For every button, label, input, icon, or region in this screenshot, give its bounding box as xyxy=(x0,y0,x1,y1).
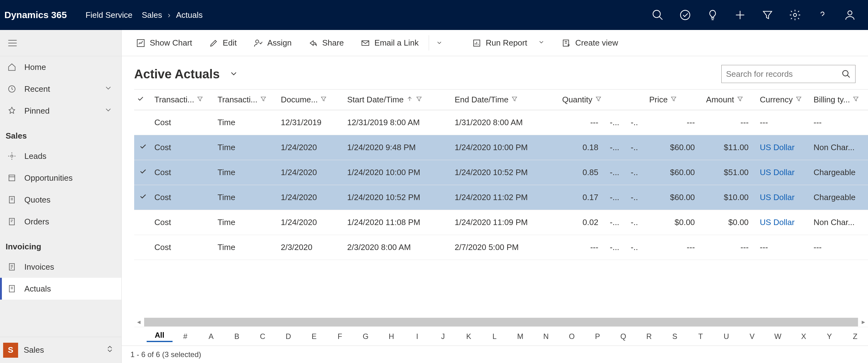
row-select-cell[interactable] xyxy=(134,210,152,235)
column-header[interactable]: Transacti... xyxy=(152,90,215,110)
alpha-filter-L[interactable]: L xyxy=(482,332,508,341)
share-button[interactable]: Share xyxy=(302,30,351,56)
sidebar-item-home[interactable]: Home xyxy=(0,56,121,78)
filter-icon[interactable] xyxy=(852,95,859,104)
search-records[interactable] xyxy=(721,65,856,83)
view-selector[interactable]: Active Actuals xyxy=(134,67,238,81)
breadcrumb-sales[interactable]: Sales xyxy=(142,10,162,20)
alpha-filter-P[interactable]: P xyxy=(585,332,611,341)
column-header[interactable] xyxy=(628,90,647,110)
person-icon[interactable] xyxy=(836,0,864,30)
table-row[interactable]: CostTime1/24/20201/24/2020 10:00 PM1/24/… xyxy=(134,160,868,185)
edit-button[interactable]: Edit xyxy=(202,30,244,56)
alpha-filter-G[interactable]: G xyxy=(353,332,379,341)
alpha-filter-E[interactable]: E xyxy=(301,332,327,341)
filter-icon[interactable] xyxy=(795,95,802,104)
table-row[interactable]: CostTime12/31/201912/31/2019 8:00 AM1/31… xyxy=(134,110,868,135)
alpha-filter-All[interactable]: All xyxy=(147,331,173,342)
alpha-filter-B[interactable]: B xyxy=(224,332,250,341)
add-icon[interactable] xyxy=(726,0,754,30)
filter-icon[interactable] xyxy=(260,95,267,104)
brand[interactable]: Dynamics 365 xyxy=(4,10,76,20)
filter-icon[interactable] xyxy=(320,95,327,104)
alpha-filter-S[interactable]: S xyxy=(662,332,688,341)
table-row[interactable]: CostTime1/24/20201/24/2020 11:08 PM1/24/… xyxy=(134,210,868,235)
alpha-filter-X[interactable]: X xyxy=(790,332,816,341)
sidebar-item-quotes[interactable]: Quotes xyxy=(0,189,121,211)
alpha-filter-O[interactable]: O xyxy=(559,332,585,341)
currency-link[interactable]: US Dollar xyxy=(760,217,794,227)
scrollbar-thumb[interactable] xyxy=(144,318,687,327)
filter-icon[interactable] xyxy=(754,0,781,30)
alpha-filter-U[interactable]: U xyxy=(714,332,740,341)
email-link-button[interactable]: Email a Link xyxy=(354,30,426,56)
run-report-button[interactable]: Run Report xyxy=(465,30,552,56)
sidebar-item-opportunities[interactable]: Opportunities xyxy=(0,167,121,189)
horizontal-scrollbar[interactable]: ◄ ► xyxy=(134,317,868,327)
select-all-header[interactable] xyxy=(134,90,152,110)
alpha-filter-F[interactable]: F xyxy=(327,332,353,341)
breadcrumb-actuals[interactable]: Actuals xyxy=(176,10,203,20)
alpha-filter-W[interactable]: W xyxy=(765,332,791,341)
column-header[interactable]: End Date/Time xyxy=(452,90,559,110)
alpha-filter-J[interactable]: J xyxy=(430,332,456,341)
column-header[interactable] xyxy=(607,90,628,110)
alpha-filter-R[interactable]: R xyxy=(636,332,662,341)
sidebar-item-recent[interactable]: Recent xyxy=(0,78,121,100)
create-view-button[interactable]: Create view xyxy=(555,30,625,56)
table-row[interactable]: CostTime2/3/20202/3/2020 8:00 AM2/7/2020… xyxy=(134,235,868,260)
email-link-dropdown[interactable] xyxy=(429,35,450,51)
column-header[interactable]: Start Date/Time xyxy=(345,90,452,110)
currency-link[interactable]: US Dollar xyxy=(760,143,794,152)
sidebar-area-switcher[interactable]: S Sales xyxy=(0,337,121,363)
assign-button[interactable]: Assign xyxy=(247,30,299,56)
currency-link[interactable]: US Dollar xyxy=(760,192,794,202)
row-select-cell[interactable] xyxy=(134,135,152,160)
alpha-filter-Q[interactable]: Q xyxy=(610,332,636,341)
alpha-filter-D[interactable]: D xyxy=(276,332,301,341)
table-row[interactable]: CostTime1/24/20201/24/2020 9:48 PM1/24/2… xyxy=(134,135,868,160)
column-header[interactable]: Quantity xyxy=(560,90,607,110)
alpha-filter-Z[interactable]: Z xyxy=(842,332,868,341)
alpha-filter-V[interactable]: V xyxy=(739,332,765,341)
show-chart-button[interactable]: Show Chart xyxy=(129,30,199,56)
sidebar-item-orders[interactable]: Orders xyxy=(0,211,121,233)
row-select-cell[interactable] xyxy=(134,185,152,210)
alpha-filter-T[interactable]: T xyxy=(688,332,714,341)
alpha-filter-H[interactable]: H xyxy=(378,332,404,341)
table-row[interactable]: CostTime1/24/20201/24/2020 10:52 PM1/24/… xyxy=(134,185,868,210)
scroll-right-icon[interactable]: ► xyxy=(859,319,867,326)
filter-icon[interactable] xyxy=(511,95,518,104)
hamburger-button[interactable] xyxy=(0,30,121,56)
lightbulb-icon[interactable] xyxy=(699,0,726,30)
sidebar-item-pinned[interactable]: Pinned xyxy=(0,100,121,122)
filter-icon[interactable] xyxy=(196,95,204,104)
sidebar-item-actuals[interactable]: Actuals xyxy=(0,278,121,300)
column-header[interactable]: Price xyxy=(647,90,704,110)
filter-icon[interactable] xyxy=(737,95,744,104)
column-header[interactable]: Billing ty... xyxy=(811,90,868,110)
search-icon[interactable] xyxy=(644,0,672,30)
filter-icon[interactable] xyxy=(415,95,423,104)
sidebar-item-invoices[interactable]: Invoices xyxy=(0,256,121,278)
currency-link[interactable]: US Dollar xyxy=(760,168,794,177)
filter-icon[interactable] xyxy=(670,95,677,104)
filter-icon[interactable] xyxy=(595,95,602,104)
gear-icon[interactable] xyxy=(781,0,809,30)
alpha-filter-Y[interactable]: Y xyxy=(816,332,842,341)
scroll-left-icon[interactable]: ◄ xyxy=(135,319,143,326)
row-select-cell[interactable] xyxy=(134,235,152,260)
alpha-filter-C[interactable]: C xyxy=(250,332,276,341)
row-select-cell[interactable] xyxy=(134,110,152,135)
sidebar-item-leads[interactable]: Leads xyxy=(0,145,121,167)
alpha-filter-#[interactable]: # xyxy=(173,332,198,341)
alpha-filter-A[interactable]: A xyxy=(198,332,224,341)
alpha-filter-I[interactable]: I xyxy=(404,332,430,341)
help-icon[interactable] xyxy=(809,0,836,30)
alpha-filter-K[interactable]: K xyxy=(456,332,482,341)
module-name[interactable]: Field Service xyxy=(76,10,142,20)
alpha-filter-N[interactable]: N xyxy=(533,332,559,341)
alpha-filter-M[interactable]: M xyxy=(507,332,533,341)
column-header[interactable]: Transacti... xyxy=(215,90,278,110)
column-header[interactable]: Currency xyxy=(757,90,811,110)
